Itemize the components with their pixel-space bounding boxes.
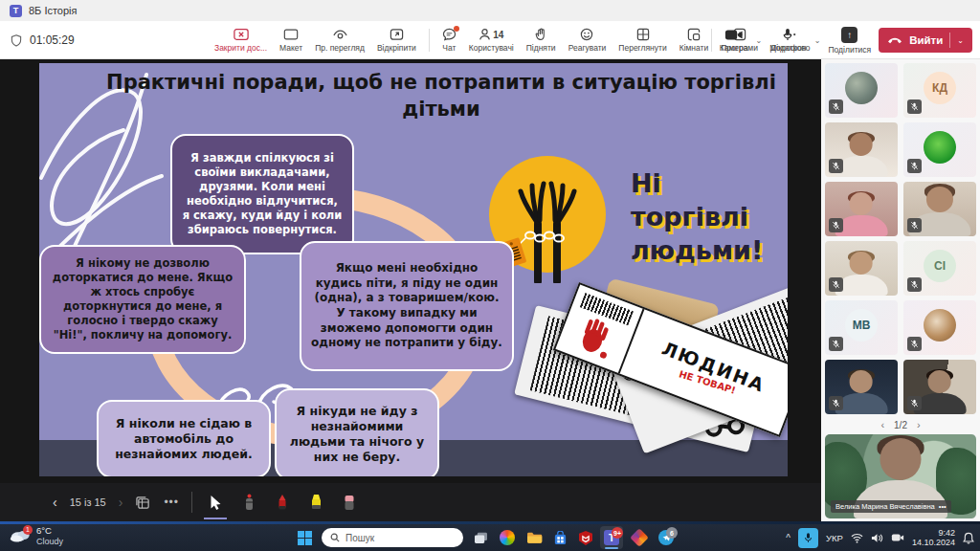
highlighter-tool-button[interactable] bbox=[305, 490, 326, 515]
chat-button[interactable]: Чат bbox=[442, 28, 457, 53]
participant-tile[interactable] bbox=[825, 63, 898, 118]
mcafee-button[interactable] bbox=[574, 526, 597, 549]
eraser-tool-button[interactable] bbox=[339, 490, 360, 515]
stop-presenting-button[interactable]: Закрити дос... bbox=[214, 28, 267, 53]
react-button[interactable]: Реагувати bbox=[568, 28, 607, 53]
advice-bubble-bottom-left: Я ніколи не сідаю в автомобіль до незнай… bbox=[97, 400, 271, 476]
hangup-icon bbox=[887, 36, 902, 44]
barcode-collage: ЛЮДИНА НЕ ТОВАР! bbox=[529, 295, 788, 476]
taskbar-search[interactable]: Пошук bbox=[322, 528, 463, 547]
system-tray: ^ УКР 9:42 14.10.2024 bbox=[786, 524, 974, 551]
shield-icon bbox=[10, 33, 23, 48]
mic-off-icon bbox=[829, 277, 843, 292]
clock[interactable]: 9:42 14.10.2024 bbox=[912, 528, 955, 548]
telegram-badge: 6 bbox=[666, 527, 678, 539]
view-button[interactable]: Переглянути bbox=[618, 28, 666, 53]
mic-icon bbox=[804, 532, 813, 543]
advice-bubble-middle: Якщо мені необхідно кудись піти, я піду … bbox=[300, 241, 514, 371]
participant-video-tile[interactable] bbox=[903, 360, 976, 414]
pagination-prev-button[interactable]: ‹ bbox=[880, 419, 884, 430]
slogan-line-1: Ні bbox=[631, 166, 788, 200]
eye-icon bbox=[332, 28, 348, 41]
pen-tool-button[interactable] bbox=[272, 490, 293, 515]
participant-video-tile[interactable] bbox=[903, 182, 976, 236]
weather-condition: Cloudy bbox=[36, 537, 63, 546]
rooms-button[interactable]: Кімнати bbox=[679, 28, 709, 53]
weather-widget[interactable]: 1 6°C Cloudy bbox=[10, 526, 63, 546]
slide-control-bar: ‹ 15 із 15 › ••• bbox=[0, 483, 821, 521]
participant-tile[interactable]: КД bbox=[903, 63, 976, 118]
leave-button[interactable]: Вийти ⌄ bbox=[879, 28, 972, 53]
laser-pointer-tool-button[interactable] bbox=[238, 490, 259, 515]
presenter-more-dots[interactable]: ••• bbox=[939, 502, 947, 511]
more-slide-options-button[interactable]: ••• bbox=[164, 496, 179, 509]
language-indicator[interactable]: УКР bbox=[826, 533, 843, 543]
avatar bbox=[924, 309, 956, 342]
raise-hand-button[interactable]: Підняти bbox=[526, 28, 556, 53]
file-explorer-button[interactable] bbox=[523, 526, 546, 549]
avatar-initials: МВ bbox=[845, 309, 878, 342]
pagination-label: 1/2 bbox=[894, 420, 907, 430]
participant-tile[interactable] bbox=[903, 300, 976, 355]
mic-button[interactable]: Мікрофон bbox=[769, 28, 807, 53]
participants-count: 14 bbox=[493, 30, 503, 40]
wifi-icon[interactable] bbox=[851, 533, 863, 543]
notifications-bell-icon[interactable] bbox=[963, 532, 974, 544]
participant-tile[interactable] bbox=[903, 122, 976, 177]
prev-slide-button[interactable]: ‹ bbox=[53, 496, 57, 509]
rooms-icon bbox=[687, 28, 701, 41]
search-placeholder: Пошук bbox=[345, 533, 374, 543]
window-title: 8Б Історія bbox=[29, 5, 78, 16]
slide-grid-button[interactable] bbox=[135, 496, 151, 510]
telegram-button[interactable]: 6 bbox=[655, 526, 678, 549]
participant-tile[interactable]: МВ bbox=[825, 300, 898, 355]
avatar bbox=[924, 131, 956, 164]
camera-options-chevron[interactable]: ⌄ bbox=[755, 36, 762, 45]
pagination-next-button[interactable]: › bbox=[917, 419, 921, 430]
participant-video-tile[interactable] bbox=[825, 182, 898, 236]
participants-button[interactable]: 14 Користувачі bbox=[469, 28, 514, 53]
mic-off-icon bbox=[907, 218, 922, 232]
active-mic-indicator[interactable] bbox=[798, 528, 818, 548]
participant-video-tile[interactable] bbox=[825, 241, 898, 296]
advice-bubble-left: Я нікому не дозволю доторкатися до мене.… bbox=[39, 245, 246, 354]
private-view-button[interactable]: Пр. перегляд bbox=[315, 28, 365, 53]
mic-off-icon bbox=[829, 159, 843, 173]
volume-icon[interactable] bbox=[871, 533, 883, 543]
slogan-line-2: торгівлі bbox=[631, 200, 788, 233]
tray-overflow-chevron[interactable]: ^ bbox=[786, 533, 791, 543]
camera-button[interactable]: Камера bbox=[720, 29, 748, 53]
window-titlebar: T 8Б Історія bbox=[0, 0, 980, 21]
teams-taskbar-button[interactable]: T 9+ bbox=[600, 526, 623, 549]
mic-options-chevron[interactable]: ⌄ bbox=[814, 36, 821, 45]
participant-video-tile[interactable] bbox=[825, 122, 898, 177]
layout-button[interactable]: Макет bbox=[279, 28, 302, 53]
mic-off-icon bbox=[907, 159, 922, 173]
timer-value: 01:05:29 bbox=[30, 33, 75, 47]
ms-store-button[interactable] bbox=[548, 526, 571, 549]
slogan-line-3: людьми! bbox=[631, 233, 788, 267]
participant-video-tile[interactable] bbox=[825, 360, 898, 414]
task-view-button[interactable] bbox=[469, 526, 492, 549]
toolbar-divider bbox=[429, 29, 430, 52]
cursor-tool-button[interactable] bbox=[205, 490, 226, 515]
m365-button[interactable] bbox=[628, 526, 651, 549]
presenter-video-tile[interactable]: Велика Марина Вячеславівна ••• bbox=[825, 434, 976, 518]
mic-off-icon bbox=[829, 396, 843, 410]
next-slide-button[interactable]: › bbox=[119, 496, 123, 509]
copilot-button[interactable] bbox=[496, 526, 519, 549]
unpin-button[interactable]: Відкріпити bbox=[377, 28, 416, 53]
toolbar-right-group: Камера ⌄ Мікрофон ⌄ ↑ Поділитися Вийти ⌄ bbox=[711, 21, 972, 59]
share-icon: ↑ bbox=[841, 27, 858, 43]
layout-icon bbox=[283, 28, 299, 41]
share-button[interactable]: ↑ Поділитися bbox=[828, 27, 871, 55]
teams-app-icon: T bbox=[10, 5, 22, 17]
participants-sidebar: КД bbox=[821, 59, 980, 521]
task-view-icon bbox=[474, 532, 488, 544]
camera-tray-icon[interactable] bbox=[891, 533, 904, 542]
advice-bubble-bottom-right: Я нікуди не йду з незнайомими людьми та … bbox=[275, 388, 439, 476]
store-icon bbox=[553, 531, 568, 545]
participant-tile[interactable]: СІ bbox=[903, 241, 976, 296]
leave-options-chevron[interactable]: ⌄ bbox=[957, 36, 964, 45]
start-button[interactable] bbox=[293, 526, 316, 549]
